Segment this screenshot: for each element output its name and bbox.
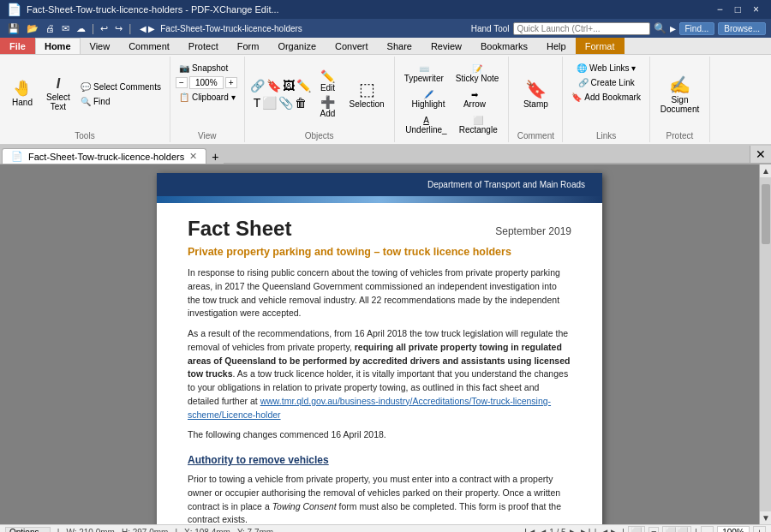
find-icon: 🔍 <box>81 97 91 106</box>
select-comments-button[interactable]: 💬 Select Comments <box>77 81 164 93</box>
browse-button[interactable]: Browse... <box>718 22 766 35</box>
qa-save-button[interactable]: 💾 <box>5 22 22 35</box>
tools-small-buttons: 💬 Select Comments 🔍 Find <box>77 81 164 108</box>
prev-page-button[interactable]: ◀ <box>538 527 546 533</box>
tab-organize[interactable]: Organize <box>268 38 326 54</box>
nav-back-button-2[interactable]: ◀ <box>600 527 607 533</box>
qa-email-button[interactable]: ✉ <box>59 22 72 35</box>
zoom-in-button[interactable]: + <box>225 77 237 88</box>
snapshot-button[interactable]: 📷 Snapshot <box>176 62 231 75</box>
zoom-in-status[interactable]: + <box>753 526 766 533</box>
shape-icon[interactable]: ⬜ <box>262 96 277 110</box>
separator-5: | <box>695 528 697 532</box>
stamp-button[interactable]: 🔖 Stamp <box>514 76 557 111</box>
text-icon[interactable]: T <box>254 96 261 110</box>
title-bar-right[interactable]: − □ × <box>712 3 764 15</box>
rectangle-button[interactable]: ⬜ Rectangle <box>455 113 502 137</box>
last-page-button[interactable]: ▶| <box>581 527 591 533</box>
zoom-input[interactable] <box>189 76 224 89</box>
doc-tab-close-button[interactable]: ✕ <box>189 151 197 162</box>
create-link-button[interactable]: 🔗 Create Link <box>575 76 638 89</box>
eraser-icon[interactable]: 🗑 <box>295 96 307 110</box>
add-bookmark-button[interactable]: 🔖 Add Bookmark <box>568 91 644 104</box>
doc-tab-0[interactable]: 📄 Fact-Sheet-Tow-truck-licence-holders ✕ <box>2 148 206 164</box>
tab-share[interactable]: Share <box>378 38 421 54</box>
first-page-button[interactable]: |◀ <box>524 527 535 533</box>
typewriter-button[interactable]: ⌨️ Typewriter <box>400 62 448 86</box>
new-tab-button[interactable]: + <box>206 150 224 164</box>
tab-help[interactable]: Help <box>537 38 576 54</box>
vertical-scrollbar[interactable]: ▲ ▼ <box>759 164 771 524</box>
minimize-button[interactable]: − <box>712 3 728 15</box>
highlight-button[interactable]: 🖊️ Highlight <box>407 87 450 111</box>
tab-form[interactable]: Form <box>228 38 269 54</box>
pencil-icon[interactable]: ✏️ <box>296 79 311 93</box>
pdf-area[interactable]: Department of Transport and Main Roads F… <box>0 164 759 524</box>
arrow-button[interactable]: ➡ Arrow <box>453 87 496 111</box>
redo-button[interactable]: ↪ <box>112 22 125 35</box>
find-button-ribbon[interactable]: 🔍 Find <box>77 95 164 108</box>
add-button[interactable]: ➕ Add <box>313 95 344 119</box>
single-page-icon[interactable]: ⬜ <box>628 526 645 532</box>
find-button[interactable]: Find... <box>679 22 715 35</box>
sticky-note-button[interactable]: 📝 Sticky Note <box>451 62 504 86</box>
quick-launch-input[interactable] <box>513 22 650 35</box>
bookmark-icon[interactable]: 🔖 <box>266 79 281 93</box>
scroll-down-button[interactable]: ▼ <box>760 511 771 524</box>
qa-open-button[interactable]: 📂 <box>24 22 41 35</box>
scroll-thumb[interactable] <box>762 184 770 244</box>
tab-file[interactable]: File <box>0 38 35 54</box>
hand-icon: 🤚 <box>13 81 32 96</box>
tab-home[interactable]: Home <box>35 38 81 54</box>
scroll-up-button[interactable]: ▲ <box>760 164 771 177</box>
separator-3: | <box>595 528 597 532</box>
zoom-out-status[interactable]: − <box>701 526 714 533</box>
tab-comment[interactable]: Comment <box>119 38 179 54</box>
underline-button[interactable]: A Underline_ <box>401 113 451 137</box>
next-page-button[interactable]: ▶ <box>570 527 577 533</box>
selection-button[interactable]: ⬚ Selection <box>345 70 389 118</box>
search-icon[interactable]: 🔍 <box>654 22 666 34</box>
zoom-status-input[interactable] <box>717 526 750 532</box>
qa-print-button[interactable]: 🖨 <box>43 22 57 34</box>
undo-button[interactable]: ↩ <box>98 22 111 35</box>
image-icon[interactable]: 🖼 <box>283 79 295 93</box>
tab-convert[interactable]: Convert <box>326 38 378 54</box>
zoom-out-button[interactable]: − <box>176 77 188 88</box>
edit-button[interactable]: ✏️ Edit <box>313 69 344 93</box>
options-button[interactable]: Options... <box>5 527 51 532</box>
tab-review[interactable]: Review <box>421 38 471 54</box>
link-icon-1[interactable]: 🔗 <box>250 79 265 93</box>
tab-bookmarks[interactable]: Bookmarks <box>471 38 537 54</box>
close-button[interactable]: × <box>748 3 764 15</box>
close-panel-button[interactable]: ✕ <box>750 146 771 164</box>
hand-tool-button[interactable]: 🤚 Hand <box>5 78 39 110</box>
select-text-button[interactable]: I SelectText <box>41 75 75 114</box>
nav-forward-button[interactable]: ▶ <box>148 24 155 33</box>
sign-document-button[interactable]: ✍️ SignDocument <box>656 72 704 117</box>
quick-access-bar: 💾 📂 🖨 ✉ ☁ | ↩ ↪ | ◀ ▶ Fact-Sheet-Tow-tru… <box>0 19 771 38</box>
scroll-track[interactable] <box>760 177 771 511</box>
status-bar-right: |◀ ◀ 1 / 5 ▶ ▶| | ◀ ▶ | ⬜ ≡ ⬜⬜ | − + <box>524 526 766 533</box>
nav-forward-button-2[interactable]: ▶ <box>611 527 619 533</box>
pdf-link-1[interactable]: www.tmr.qld.gov.au/business-industry/Acc… <box>188 396 551 420</box>
document-title: Fact-Sheet-Tow-truck-licence-holders <box>160 24 302 33</box>
find-results-button[interactable]: ▸ <box>670 21 676 35</box>
protect-group-label: Protect <box>666 129 694 140</box>
clip-icon[interactable]: 📎 <box>278 96 293 110</box>
ribbon-group-comment: 🔖 Stamp Comment <box>509 57 563 142</box>
two-page-icon[interactable]: ⬜⬜ <box>662 526 691 532</box>
continuous-page-icon[interactable]: ≡ <box>648 527 659 533</box>
web-links-button[interactable]: 🌐 Web Links ▾ <box>573 62 639 75</box>
comment-tools-row2: 🖊️ Highlight ➡ Arrow <box>407 87 496 111</box>
clipboard-button[interactable]: 📋 Clipboard ▾ <box>176 91 239 104</box>
doc-tab-bar: 📄 Fact-Sheet-Tow-truck-licence-holders ✕… <box>0 145 771 164</box>
nav-back-button[interactable]: ◀ <box>140 24 146 33</box>
tab-format[interactable]: Format <box>576 38 625 54</box>
highlight-icon: 🖊️ <box>423 90 433 99</box>
maximize-button[interactable]: □ <box>730 3 746 15</box>
add-bookmark-icon: 🔖 <box>571 93 582 102</box>
tab-protect[interactable]: Protect <box>179 38 228 54</box>
qa-cloud-button[interactable]: ☁ <box>74 22 88 35</box>
tab-view[interactable]: View <box>81 38 120 54</box>
